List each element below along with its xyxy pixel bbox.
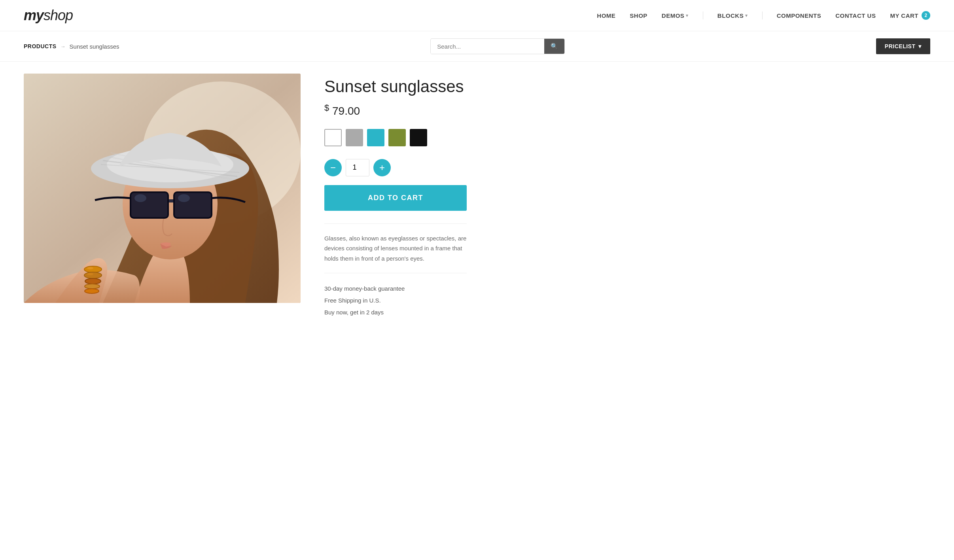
main-nav: HOME SHOP DEMOS ▾ BLOCKS ▾ COMPONENTS CO… <box>597 11 930 20</box>
breadcrumb-current: Sunset sunglasses <box>70 43 119 50</box>
demos-caret: ▾ <box>686 13 689 18</box>
color-swatch-gray[interactable] <box>346 129 363 146</box>
svg-point-20 <box>85 289 99 293</box>
svg-point-22 <box>87 273 93 275</box>
color-swatch-white[interactable] <box>324 129 342 146</box>
svg-point-19 <box>85 284 100 289</box>
search-button[interactable]: 🔍 <box>544 39 564 54</box>
svg-point-13 <box>178 194 190 202</box>
price-amount: 79.00 <box>332 105 360 117</box>
feature-1: 30-day money-back guarantee <box>324 283 930 295</box>
features-divider <box>324 273 467 273</box>
product-title: Sunset sunglasses <box>324 78 930 96</box>
toolbar: PRODUCTS → Sunset sunglasses 🔍 PRICELIST… <box>0 31 954 62</box>
nav-contact[interactable]: CONTACT US <box>835 12 876 19</box>
breadcrumb-products[interactable]: PRODUCTS <box>24 43 57 49</box>
logo-text-shop: shop <box>44 7 73 23</box>
color-swatch-teal[interactable] <box>367 129 384 146</box>
price-currency: $ <box>324 103 329 113</box>
add-to-cart-button[interactable]: ADD TO CART <box>324 185 467 211</box>
product-image-svg <box>24 74 301 303</box>
nav-shop[interactable]: SHOP <box>630 12 647 19</box>
product-price: $ 79.00 <box>324 103 930 117</box>
svg-point-16 <box>84 266 102 272</box>
product-features: 30-day money-back guarantee Free Shippin… <box>324 283 930 318</box>
color-swatches <box>324 129 930 146</box>
logo[interactable]: myshop <box>24 7 73 24</box>
product-details: Sunset sunglasses $ 79.00 − + ADD TO CAR… <box>324 74 930 318</box>
breadcrumb: PRODUCTS → Sunset sunglasses <box>24 43 119 50</box>
svg-point-18 <box>85 278 101 284</box>
cart-badge: 2 <box>922 11 930 20</box>
svg-point-17 <box>84 272 102 278</box>
nav-demos[interactable]: DEMOS ▾ <box>662 12 689 19</box>
nav-blocks[interactable]: BLOCKS ▾ <box>717 12 748 19</box>
quantity-increase-button[interactable]: + <box>373 159 391 176</box>
feature-2: Free Shipping in U.S. <box>324 295 930 306</box>
nav-separator-2 <box>762 11 763 19</box>
quantity-input[interactable] <box>346 159 369 176</box>
header: myshop HOME SHOP DEMOS ▾ BLOCKS ▾ COMPON… <box>0 0 954 31</box>
svg-point-12 <box>134 194 146 202</box>
pricelist-button[interactable]: PRICELIST ▾ <box>876 38 930 54</box>
search-input[interactable] <box>431 39 544 54</box>
breadcrumb-arrow: → <box>61 44 66 49</box>
blocks-caret: ▾ <box>745 13 748 18</box>
nav-home[interactable]: HOME <box>597 12 615 19</box>
pricelist-caret-icon: ▾ <box>918 43 922 49</box>
color-swatch-black[interactable] <box>410 129 427 146</box>
feature-3: Buy now, get in 2 days <box>324 306 930 318</box>
product-divider <box>324 223 467 224</box>
search-wrapper: 🔍 <box>430 38 565 54</box>
nav-separator-1 <box>703 11 703 19</box>
product-description: Glasses, also known as eyeglasses or spe… <box>324 233 467 264</box>
svg-point-21 <box>87 267 93 269</box>
search-icon: 🔍 <box>551 43 558 49</box>
main-content: Sunset sunglasses $ 79.00 − + ADD TO CAR… <box>0 62 954 342</box>
nav-components[interactable]: COMPONENTS <box>777 12 822 19</box>
quantity-row: − + <box>324 159 930 176</box>
color-swatch-olive[interactable] <box>388 129 406 146</box>
quantity-decrease-button[interactable]: − <box>324 159 342 176</box>
nav-cart[interactable]: MY CART 2 <box>890 11 930 20</box>
logo-text-my: my <box>24 7 44 23</box>
product-image <box>24 74 301 303</box>
